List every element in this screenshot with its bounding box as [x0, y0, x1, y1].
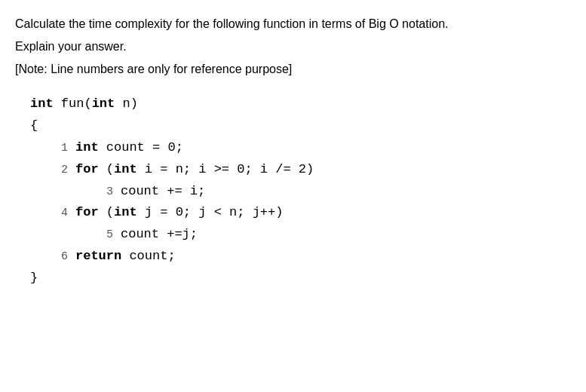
code-line-5: 5 count +=j; [30, 224, 571, 246]
line-6-content: return count; [75, 246, 176, 268]
open-brace-symbol: { [30, 115, 38, 137]
code-line-4: 4 for (int j = 0; j < n; j++) [30, 202, 571, 224]
line-num-5: 5 [98, 225, 113, 245]
note-text: [Note: Line numbers are only for referen… [15, 60, 571, 78]
keyword-int-signature: int fun(int n) [30, 93, 138, 115]
line-num-3: 3 [98, 182, 113, 202]
code-signature-line: int fun(int n) [30, 93, 571, 115]
code-open-brace: { [30, 115, 571, 137]
code-line-6: 6 return count; [30, 246, 571, 268]
intro-line1: Calculate the time complexity for the fo… [15, 15, 571, 33]
code-line-1: 1 int count = 0; [30, 137, 571, 159]
code-line-2: 2 for (int i = n; i >= 0; i /= 2) [30, 159, 571, 181]
line-4-content: for (int j = 0; j < n; j++) [75, 202, 283, 224]
line-num-6: 6 [53, 247, 68, 267]
line-num-4: 4 [53, 204, 68, 223]
close-brace-symbol: } [30, 268, 38, 289]
line-2-content: for (int i = n; i >= 0; i /= 2) [75, 159, 314, 181]
intro-line2: Explain your answer. [15, 38, 571, 56]
line-1-content: int count = 0; [75, 137, 183, 159]
line-3-content: count += i; [121, 181, 205, 203]
code-block: int fun(int n) { 1 int count = 0; 2 for … [30, 93, 571, 289]
line-5-content: count +=j; [121, 224, 198, 246]
code-close-brace: } [30, 268, 571, 289]
line-num-2: 2 [53, 161, 68, 180]
line-num-1: 1 [53, 139, 68, 158]
code-line-3: 3 count += i; [30, 181, 571, 203]
